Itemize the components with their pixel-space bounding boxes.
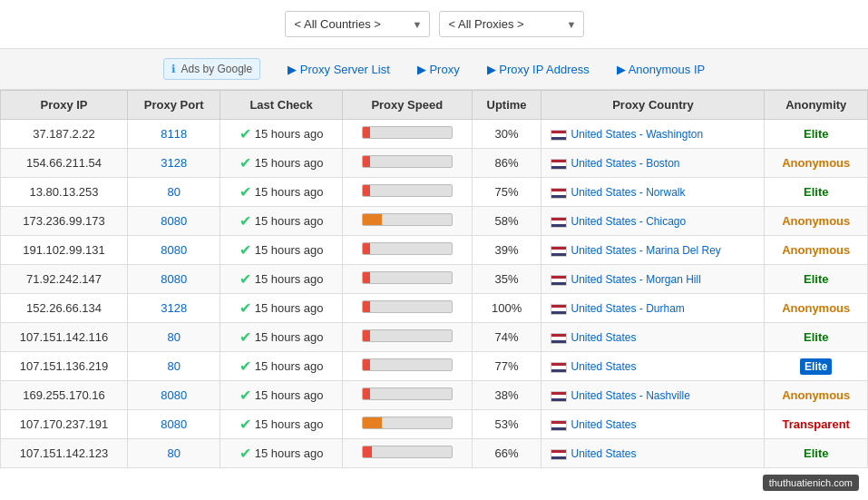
- table-header-row: Proxy IP Proxy Port Last Check Proxy Spe…: [1, 91, 868, 120]
- cell-uptime: 58%: [472, 207, 541, 236]
- cell-port[interactable]: 8118: [128, 120, 220, 149]
- cell-uptime: 39%: [472, 236, 541, 265]
- cell-country[interactable]: United States - Boston: [541, 149, 765, 178]
- country-link[interactable]: United States: [571, 418, 636, 431]
- cell-port[interactable]: 8080: [128, 207, 220, 236]
- port-link[interactable]: 8080: [161, 272, 187, 286]
- country-link[interactable]: United States - Marina Del Rey: [571, 244, 720, 257]
- check-icon: ✔: [239, 299, 251, 317]
- last-check-text: 15 hours ago: [255, 359, 324, 373]
- cell-last-check: ✔15 hours ago: [220, 265, 342, 294]
- cell-country[interactable]: United States: [541, 439, 765, 468]
- flag-icon: [551, 217, 567, 228]
- port-link[interactable]: 8080: [161, 243, 187, 257]
- last-check-text: 15 hours ago: [255, 185, 324, 199]
- country-link[interactable]: United States - Norwalk: [571, 186, 685, 199]
- country-link[interactable]: United States: [571, 360, 636, 373]
- cell-anonymity: Elite: [765, 120, 868, 149]
- anonymity-text: Anonymous: [782, 214, 850, 228]
- cell-country[interactable]: United States - Norwalk: [541, 178, 765, 207]
- cell-country[interactable]: United States: [541, 323, 765, 352]
- anonymity-text: Elite: [804, 185, 828, 199]
- ads-label: ℹ Ads by Google: [163, 58, 260, 80]
- flag-icon: [551, 420, 567, 431]
- cell-country[interactable]: United States - Washington: [541, 120, 765, 149]
- flag-icon: [551, 246, 567, 257]
- check-icon: ✔: [239, 445, 251, 462]
- cell-port[interactable]: 3128: [128, 294, 220, 323]
- cell-country[interactable]: United States - Chicago: [541, 207, 765, 236]
- cell-anonymity: Anonymous: [765, 207, 868, 236]
- speed-bar-fill: [363, 301, 370, 312]
- port-link[interactable]: 8080: [161, 417, 187, 431]
- cell-ip: 71.92.242.147: [1, 265, 128, 294]
- cell-anonymity: Elite: [765, 265, 868, 294]
- table-row: 173.236.99.1738080✔15 hours ago58%United…: [1, 207, 868, 236]
- cell-last-check: ✔15 hours ago: [220, 236, 342, 265]
- country-link[interactable]: United States: [571, 447, 636, 460]
- port-link[interactable]: 3128: [161, 301, 187, 315]
- cell-uptime: 77%: [472, 352, 541, 381]
- cell-last-check: ✔15 hours ago: [220, 439, 342, 468]
- proxy-dropdown[interactable]: < All Proxies > Elite Anonymous Transpar…: [439, 11, 584, 37]
- cell-uptime: 75%: [472, 178, 541, 207]
- country-link[interactable]: United States: [571, 331, 636, 344]
- cell-country[interactable]: United States - Durham: [541, 294, 765, 323]
- country-dropdown-wrap[interactable]: < All Countries > United States Canada G…: [285, 11, 430, 37]
- port-link[interactable]: 80: [167, 330, 180, 344]
- header-uptime: Uptime: [472, 91, 541, 120]
- port-link[interactable]: 8080: [161, 214, 187, 228]
- country-dropdown[interactable]: < All Countries > United States Canada G…: [285, 11, 430, 37]
- cell-country[interactable]: United States: [541, 410, 765, 439]
- check-icon: ✔: [239, 183, 251, 201]
- port-link[interactable]: 80: [167, 359, 180, 373]
- cell-port[interactable]: 8080: [128, 236, 220, 265]
- cell-port[interactable]: 80: [128, 323, 220, 352]
- speed-bar-container: [362, 358, 453, 371]
- speed-bar-fill: [363, 388, 370, 399]
- port-link[interactable]: 80: [167, 446, 180, 460]
- country-link[interactable]: United States - Boston: [571, 157, 679, 170]
- proxy-dropdown-wrap[interactable]: < All Proxies > Elite Anonymous Transpar…: [439, 11, 584, 37]
- cell-country[interactable]: United States - Nashville: [541, 381, 765, 410]
- cell-country[interactable]: United States: [541, 352, 765, 381]
- cell-port[interactable]: 80: [128, 352, 220, 381]
- cell-port[interactable]: 3128: [128, 149, 220, 178]
- anonymity-text: Elite: [804, 127, 828, 141]
- speed-bar-fill: [363, 446, 372, 457]
- cell-port[interactable]: 80: [128, 178, 220, 207]
- cell-last-check: ✔15 hours ago: [220, 207, 342, 236]
- cell-ip: 173.236.99.173: [1, 207, 128, 236]
- cell-country[interactable]: United States - Morgan Hill: [541, 265, 765, 294]
- port-link[interactable]: 3128: [161, 156, 187, 170]
- cell-country[interactable]: United States - Marina Del Rey: [541, 236, 765, 265]
- country-link[interactable]: United States - Nashville: [571, 389, 689, 402]
- country-link[interactable]: United States - Morgan Hill: [571, 273, 700, 286]
- nav-link-proxy-ip-address[interactable]: Proxy IP Address: [487, 63, 590, 76]
- speed-bar-fill: [363, 359, 370, 370]
- cell-port[interactable]: 80: [128, 439, 220, 468]
- cell-ip: 107.170.237.191: [1, 410, 128, 439]
- country-link[interactable]: United States - Washington: [571, 128, 703, 141]
- cell-anonymity: Elite: [765, 178, 868, 207]
- cell-ip: 13.80.13.253: [1, 178, 128, 207]
- check-icon: ✔: [239, 154, 251, 172]
- cell-port[interactable]: 8080: [128, 265, 220, 294]
- country-link[interactable]: United States - Durham: [571, 302, 684, 315]
- last-check-text: 15 hours ago: [255, 417, 324, 431]
- cell-port[interactable]: 8080: [128, 410, 220, 439]
- nav-link-anonymous-ip[interactable]: Anonymous IP: [617, 63, 705, 76]
- cell-uptime: 74%: [472, 323, 541, 352]
- cell-last-check: ✔15 hours ago: [220, 294, 342, 323]
- nav-link-proxy-server-list[interactable]: Proxy Server List: [288, 63, 390, 76]
- nav-link-proxy[interactable]: Proxy: [417, 63, 460, 76]
- port-link[interactable]: 8080: [161, 388, 187, 402]
- cell-port[interactable]: 8080: [128, 381, 220, 410]
- cell-uptime: 100%: [472, 294, 541, 323]
- anonymity-text: Anonymous: [782, 243, 850, 257]
- country-link[interactable]: United States - Chicago: [571, 215, 686, 228]
- port-link[interactable]: 8118: [161, 127, 187, 141]
- last-check-text: 15 hours ago: [255, 446, 324, 460]
- port-link[interactable]: 80: [167, 185, 180, 199]
- flag-icon: [551, 159, 567, 170]
